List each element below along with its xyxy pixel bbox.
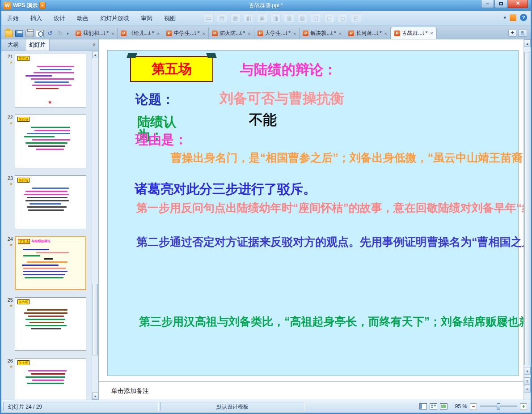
tab-close-icon[interactable]: × [384,31,387,36]
zoom-slider-thumb[interactable] [497,403,500,410]
maximize-icon [499,2,503,5]
maximize-button[interactable] [494,0,507,8]
doc-tab[interactable]: P《给儿...t *× [118,28,163,39]
slide-canvas[interactable]: 第五场 与陆绩的辩论： 论题： 刘备可否与曹操抗衡 陆绩认 不能 为： 理由是：… [107,50,519,376]
new-tab-button[interactable]: + [508,29,516,37]
slide-sorter-view-button[interactable] [430,403,437,410]
normal-view-button[interactable] [419,403,427,410]
doc-tab[interactable]: P长河落...t *× [345,28,391,39]
tab-close-icon[interactable]: × [201,31,205,36]
slide-thumbnail-25[interactable]: 第六场 [15,297,86,351]
app-menu-button[interactable]: W WPS 演示 ▾ [1,2,46,9]
tab-close-icon[interactable]: × [156,31,160,36]
doc-tab-label: 解决就...t * [310,30,336,37]
menu-tab-设计[interactable]: 设计 [48,13,71,24]
animation-star-icon: ★ [1,60,13,64]
slide-thumbnail-24-selected[interactable]: 第五场与陆绩的辩论 [15,236,86,290]
slide-title[interactable]: 与陆绩的辩论： [240,60,337,79]
ribbon-tabs: 开始插入设计动画幻灯片放映审阅视图 [1,13,182,24]
animation-star-icon: ★ [1,364,13,369]
thumbnail-banner: 第三场 [17,56,30,61]
slideshow-button[interactable] [440,403,448,410]
open-file-button[interactable] [5,30,13,37]
step2-paragraph[interactable]: 第二步通过否定对方证据来反驳对方的观点。先用事例证明曹操名为“曹相国之后”实为“… [136,234,507,249]
slide-position-indicator: 幻灯片 24 / 29 [3,402,159,411]
zoom-slider[interactable] [480,405,517,407]
next-slide-button[interactable]: ⇊ [524,385,531,393]
tab-outline[interactable]: 大纲 [1,39,25,51]
tab-list-button[interactable] [518,29,527,37]
zoom-in-button[interactable]: + [520,403,527,410]
menu-tab-开始[interactable]: 开始 [1,13,25,24]
doc-tab[interactable]: P防火防...t *× [209,28,254,39]
tab-close-icon[interactable]: × [247,31,250,36]
doc-tab-label: 长河落...t * [356,30,381,37]
tab-close-icon[interactable]: × [338,31,342,36]
scroll-up-icon[interactable]: ▲ [524,39,531,47]
doc-tab-label: 中学生...t * [174,30,199,37]
animation-star-icon: ★ [1,121,13,125]
step3-paragraph[interactable]: 第三步用汉高祖与刘备类比，“高祖起身亭长，而终有天下”；刘备结席贩屦也就不见得无… [139,314,515,329]
quickbar-dropdown-icon[interactable]: ▾ [67,31,69,36]
window-title: 舌战群儒.ppt * [1,2,531,9]
notes-placeholder[interactable]: 单击添加备注 [99,381,524,400]
panel-scrollbar[interactable]: ▲ ▼ [92,51,98,400]
undo-button[interactable]: ↺ [46,30,54,37]
doc-tab[interactable]: P我们和...t *× [72,28,118,39]
slide-number: 24★ [1,236,15,290]
menu-tab-审阅[interactable]: 审阅 [135,13,158,24]
zoom-out-button[interactable]: − [470,403,477,410]
close-button[interactable]: × [508,0,528,8]
doc-tab-active[interactable]: P舌战群...t *× [391,27,437,39]
minimize-button[interactable]: – [481,0,494,8]
panel-scroll-thumb[interactable] [93,284,98,355]
tab-close-icon[interactable]: × [292,31,296,36]
doc-tab[interactable]: P解决就...t *× [300,28,345,39]
topic-value[interactable]: 刘备可否与曹操抗衡 [220,89,344,108]
ribbon-collapse-icon[interactable]: ▾ [503,15,506,21]
topic-label[interactable]: 论题： [135,91,174,109]
thumbnail-banner: 第六场 [17,299,30,304]
panel-scroll-down-icon[interactable]: ▼ [92,393,98,400]
slide-thumbnail-23[interactable]: 第四场 [15,175,86,229]
previous-slide-button[interactable]: ⇈ [524,377,531,385]
scroll-down-icon[interactable]: ▼ [524,367,531,375]
scroll-thumb[interactable] [524,52,530,365]
panel-scroll-up-icon[interactable]: ▲ [92,51,98,58]
print-button[interactable] [25,30,34,37]
ppt-file-icon: P [166,30,172,36]
disabled-tool-icon: ◧ [244,13,254,23]
tab-close-icon[interactable]: × [429,30,433,36]
thumbnail-row: 22★第四场 [1,115,92,168]
main-scrollbar[interactable]: ▲ ▼ ⇈ ⇊ [524,39,531,400]
animation-star-icon: ★ [1,243,13,247]
stance-text[interactable]: 不能 [249,111,277,129]
save-button[interactable] [15,30,23,37]
help-icon[interactable]: ? [520,14,527,21]
quote-paragraph[interactable]: 曹操出身名门，是“相国曹参之后”；刘备出身低微，“虽云中山靖王苗裔，却无可稽考，… [137,150,504,166]
slide-thumbnail-22[interactable]: 第四场 [15,115,86,168]
menu-tab-动画[interactable]: 动画 [71,13,94,24]
slide-thumbnail-21[interactable]: 第三场★ [15,54,86,107]
app-menu-dropdown-icon[interactable]: ▾ [39,2,46,9]
tab-close-icon[interactable]: × [110,31,114,36]
rebuttal-heading[interactable]: 诸葛亮对此分三步进行了驳斥。 [135,180,316,198]
redo-button[interactable]: ↻ [56,30,64,37]
disabled-tool-icon: ◻ [338,13,348,23]
menu-tab-插入[interactable]: 插入 [25,13,48,24]
print-preview-button[interactable] [36,30,44,37]
skin-style-icon[interactable] [510,14,516,21]
reason-label[interactable]: 理由是： [135,131,187,149]
ppt-file-icon: P [258,30,263,36]
menu-tab-视图[interactable]: 视图 [158,13,182,24]
design-template-name: 默认设计模板 [160,402,304,411]
scene-banner[interactable]: 第五场 [130,56,213,82]
step1-paragraph[interactable]: 第一步用反问句点出陆绩幼年时“座间怀桔”的故事，意在回敬陆绩对刘备早年“织席贩屦… [136,200,512,215]
thumbnail-banner: 第四场 [17,178,30,183]
menu-tab-幻灯片放映[interactable]: 幻灯片放映 [94,13,135,24]
tab-slides[interactable]: 幻灯片 [25,39,50,51]
panel-close-icon[interactable]: × [93,42,96,48]
doc-tab[interactable]: P大学生...t *× [254,28,300,39]
slide-thumbnail-26[interactable]: 第七场 [15,358,86,400]
doc-tab[interactable]: P中学生...t *× [163,28,209,39]
